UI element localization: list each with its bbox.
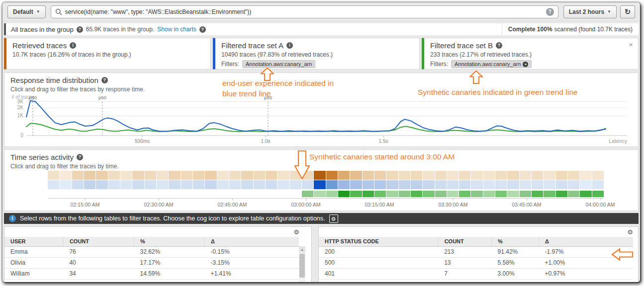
heatmap-cell[interactable]: [532, 191, 543, 197]
heatmap-cell[interactable]: [241, 171, 253, 180]
heatmap-cell[interactable]: [471, 191, 482, 197]
heatmap-cell[interactable]: [338, 191, 350, 197]
help-icon[interactable]: ?: [199, 26, 206, 33]
heatmap-cell[interactable]: [157, 180, 168, 189]
heatmap-cell[interactable]: [411, 191, 422, 197]
heatmap-cell[interactable]: [193, 171, 204, 180]
heatmap-cell[interactable]: [120, 180, 132, 189]
heatmap-cell[interactable]: [266, 191, 277, 197]
heatmap-cell[interactable]: [145, 171, 156, 180]
help-icon[interactable]: ?: [77, 154, 83, 160]
heatmap-cell[interactable]: [266, 171, 277, 180]
heatmap-cell[interactable]: [483, 180, 495, 189]
heatmap-cell[interactable]: [495, 180, 507, 189]
heatmap-cell[interactable]: [435, 171, 447, 180]
info-icon[interactable]: i: [70, 42, 76, 49]
heatmap-cell[interactable]: [338, 171, 350, 180]
table-row[interactable]: Emma7632.62%-0.15%: [4, 246, 299, 257]
heatmap-cell[interactable]: [241, 191, 253, 197]
heatmap-cell[interactable]: [290, 180, 301, 189]
heatmap-cell[interactable]: [229, 180, 241, 189]
heatmap-cell[interactable]: [302, 171, 313, 180]
heatmap-cell[interactable]: [193, 180, 204, 189]
heatmap-cell[interactable]: [290, 171, 301, 180]
heatmap-cell[interactable]: [254, 180, 265, 189]
heatmap-cell[interactable]: [568, 180, 579, 189]
help-icon[interactable]: ?: [101, 77, 108, 83]
heatmap-cell[interactable]: [266, 180, 277, 189]
heatmap-cell[interactable]: [363, 180, 374, 189]
heatmap-cell[interactable]: [96, 171, 107, 180]
heatmap-cell[interactable]: [229, 191, 241, 197]
heatmap-cell[interactable]: [326, 171, 338, 180]
table-config-gear-icon[interactable]: ⚙: [329, 214, 338, 223]
heatmap-cell[interactable]: [568, 191, 579, 197]
heatmap-cell[interactable]: [205, 180, 216, 189]
heatmap-cell[interactable]: [568, 171, 579, 180]
search-input[interactable]: [65, 8, 543, 15]
heatmap-cell[interactable]: [411, 180, 422, 189]
heatmap-cell[interactable]: [254, 171, 265, 180]
heatmap-cell[interactable]: [592, 191, 604, 197]
heatmap-cell[interactable]: [48, 191, 59, 197]
heatmap-cell[interactable]: [72, 180, 84, 189]
heatmap-cell[interactable]: [520, 171, 531, 180]
filter-chip[interactable]: Annotation.aws:canary_arn ×: [451, 60, 532, 68]
trace-filter-searchbox[interactable]: ?: [51, 5, 558, 18]
heatmap-cell[interactable]: [592, 180, 604, 189]
heatmap-cell[interactable]: [84, 180, 95, 189]
heatmap-cell[interactable]: [120, 171, 132, 180]
heatmap-cell[interactable]: [60, 171, 71, 180]
heatmap-cell[interactable]: [423, 191, 434, 197]
heatmap-cell[interactable]: [447, 191, 459, 197]
heatmap-cell[interactable]: [520, 191, 531, 197]
heatmap-cell[interactable]: [181, 171, 192, 180]
heatmap-cell[interactable]: [532, 171, 543, 180]
heatmap-cell[interactable]: [193, 191, 204, 197]
heatmap-cell[interactable]: [483, 191, 495, 197]
remove-filter-icon[interactable]: ×: [523, 62, 528, 67]
heatmap-cell[interactable]: [314, 171, 325, 180]
heatmap-cell[interactable]: [169, 180, 180, 189]
info-icon[interactable]: i: [286, 42, 293, 49]
heatmap-cell[interactable]: [338, 180, 350, 189]
response-time-chart[interactable]: 3K2K1K0# of tracesp50p90p95500ms1.0s1.5s…: [10, 94, 633, 145]
heatmap-cell[interactable]: [181, 191, 192, 197]
heatmap-cell[interactable]: [447, 171, 459, 180]
column-header[interactable]: %: [492, 237, 539, 246]
heatmap-cell[interactable]: [254, 191, 265, 197]
heatmap-cell[interactable]: [435, 191, 447, 197]
column-header[interactable]: USER: [4, 237, 63, 246]
heatmap-cell[interactable]: [290, 191, 301, 197]
heatmap-cell[interactable]: [169, 171, 180, 180]
heatmap-cell[interactable]: [363, 191, 374, 197]
table-row[interactable]: 20021391.42%-1.97%: [319, 246, 633, 257]
gear-icon[interactable]: ⚙: [627, 228, 633, 236]
heatmap-cell[interactable]: [132, 180, 144, 189]
heatmap-cell[interactable]: [507, 171, 519, 180]
column-header[interactable]: Δ: [539, 237, 633, 246]
heatmap-cell[interactable]: [544, 191, 555, 197]
heatmap-cell[interactable]: [326, 180, 338, 189]
heatmap-cell[interactable]: [302, 191, 313, 197]
heatmap-cell[interactable]: [374, 191, 386, 197]
heatmap-cell[interactable]: [217, 171, 229, 180]
heatmap-cell[interactable]: [72, 191, 84, 197]
heatmap-cell[interactable]: [544, 180, 555, 189]
heatmap-cell[interactable]: [96, 180, 107, 189]
heatmap-cell[interactable]: [350, 180, 362, 189]
time-series-heatmap-chart[interactable]: Time 02:15:00 AM02:30:00 AM02:45:00 AM03…: [4, 170, 638, 211]
column-header[interactable]: COUNT: [63, 237, 134, 246]
search-help-icon[interactable]: ?: [546, 8, 554, 16]
filter-chip[interactable]: Annotation.aws:canary_arn: [242, 60, 315, 68]
heatmap-cell[interactable]: [229, 171, 241, 180]
heatmap-cell[interactable]: [48, 171, 59, 180]
heatmap-cell[interactable]: [386, 171, 398, 180]
heatmap-cell[interactable]: [120, 191, 132, 197]
heatmap-cell[interactable]: [386, 180, 398, 189]
heatmap-cell[interactable]: [447, 180, 459, 189]
heatmap-cell[interactable]: [471, 180, 482, 189]
heatmap-cell[interactable]: [157, 171, 168, 180]
heatmap-cell[interactable]: [108, 191, 120, 197]
heatmap-cell[interactable]: [399, 191, 410, 197]
